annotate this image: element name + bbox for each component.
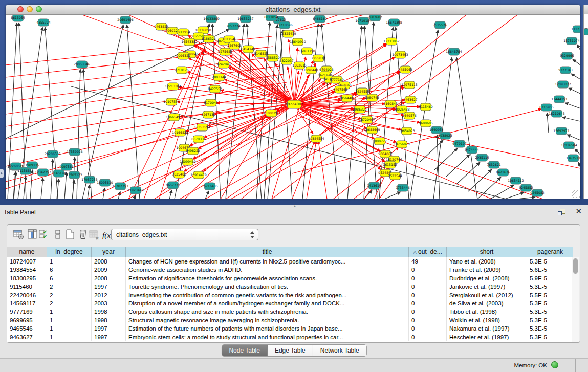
black-edge[interactable] — [477, 177, 501, 199]
cell-year[interactable]: 1997 — [92, 282, 126, 291]
black-edge[interactable] — [384, 192, 401, 199]
scrollbar-thumb[interactable] — [573, 258, 578, 274]
black-edge[interactable] — [456, 162, 480, 184]
cell-year[interactable]: 2012 — [92, 291, 126, 299]
black-edge[interactable] — [578, 162, 580, 167]
tab-node-table[interactable]: Node Table — [222, 345, 268, 356]
black-edge[interactable] — [468, 169, 492, 191]
red-edge[interactable] — [188, 58, 290, 102]
cell-title[interactable]: Disruption of a novel member of a sodium… — [126, 299, 409, 308]
black-edge[interactable] — [41, 178, 43, 199]
table-mode-settings-icon[interactable] — [13, 229, 26, 242]
cell-year[interactable]: 1998 — [92, 316, 126, 324]
cell-name[interactable]: 18724007 — [7, 257, 47, 266]
cell-year[interactable]: 1998 — [92, 308, 126, 316]
cell-out_degree[interactable]: 0 — [409, 282, 447, 291]
table-row[interactable]: 969969511998Structural magnetic resonanc… — [7, 316, 573, 324]
cell-short[interactable]: Dudbridge et al. (2008) — [447, 274, 527, 282]
table-row[interactable]: 1872400712008Changes of HCN gene express… — [7, 257, 573, 266]
cell-out_degree[interactable]: 0 — [409, 316, 447, 324]
cell-title[interactable]: Genome-wide association studies in ADHD. — [126, 266, 409, 274]
cell-pagerank[interactable]: 5.3E-5 — [527, 316, 573, 324]
red-edge[interactable] — [108, 94, 357, 199]
cell-in_degree[interactable]: 1 — [47, 316, 92, 324]
table-row[interactable]: 946554611997Estimation of the future num… — [7, 324, 573, 333]
column-header-pagerank[interactable]: pagerank — [527, 247, 573, 257]
cell-out_degree[interactable]: 0 — [409, 266, 447, 274]
red-edge[interactable] — [203, 107, 291, 171]
float-window-icon[interactable] — [558, 208, 566, 216]
new-column-icon[interactable] — [65, 229, 77, 242]
column-header-in-degree[interactable]: in_degree — [47, 247, 92, 257]
red-edge[interactable] — [318, 141, 327, 199]
cell-name[interactable]: 22420046 — [7, 291, 47, 299]
cell-pagerank[interactable]: 5.3E-5 — [527, 333, 573, 341]
column-visibility-icon[interactable] — [28, 229, 40, 242]
cell-name[interactable]: 9777169 — [7, 308, 47, 316]
cell-out_degree[interactable]: 0 — [409, 333, 447, 341]
red-edge[interactable] — [82, 15, 194, 55]
cell-out_degree[interactable]: 0 — [409, 308, 447, 316]
column-header-out-de-[interactable]: △out_de... — [409, 247, 447, 257]
network-canvas-svg[interactable]: 1872400786130544355724206914061603380910… — [6, 15, 580, 199]
cell-short[interactable]: de Silva et al. (2003) — [447, 299, 527, 308]
black-edge[interactable] — [280, 25, 292, 199]
cell-in_degree[interactable]: 6 — [47, 266, 92, 274]
cell-year[interactable]: 2009 — [92, 266, 126, 274]
network-file-select[interactable]: citations_edges.txt — [111, 229, 258, 240]
network-window-titlebar[interactable]: citations_edges.txt — [6, 5, 580, 15]
cell-title[interactable]: Corpus callosum shape and size in male p… — [126, 308, 409, 316]
cell-name[interactable]: 18300295 — [7, 274, 47, 282]
cell-title[interactable]: Tourette syndrome. Phenomenology and cla… — [126, 282, 409, 291]
delete-column-icon[interactable] — [78, 229, 90, 242]
splitter-handle-icon[interactable]: ▲ — [292, 205, 298, 208]
column-header-short[interactable]: short — [447, 247, 527, 257]
panel-collapse-arrow-icon[interactable] — [0, 169, 4, 178]
cell-title[interactable]: Structural magnetic resonance image aver… — [126, 316, 409, 324]
black-edge[interactable] — [505, 192, 524, 199]
cell-in_degree[interactable]: 1 — [47, 333, 92, 341]
black-edge[interactable] — [567, 135, 580, 140]
black-edge[interactable] — [169, 190, 172, 199]
cell-pagerank[interactable]: 5.3E-5 — [527, 257, 573, 266]
cell-title[interactable]: Investigating the contribution of common… — [126, 291, 409, 299]
black-edge[interactable] — [569, 88, 580, 94]
column-header-year[interactable]: year — [92, 247, 126, 257]
tab-network-table[interactable]: Network Table — [313, 345, 366, 356]
cell-name[interactable]: 9115460 — [7, 282, 47, 291]
cell-title[interactable]: Changes of HCN gene expression and I(f) … — [126, 257, 409, 266]
table-row[interactable]: 911546021997Tourette syndrome. Phenomeno… — [7, 282, 573, 291]
cell-in_degree[interactable]: 1 — [47, 324, 92, 333]
black-edge[interactable] — [565, 103, 580, 108]
cell-in_degree[interactable]: 2 — [47, 291, 92, 299]
network-canvas[interactable]: 1872400786130544355724206914061603380910… — [6, 15, 580, 199]
cell-short[interactable]: Tibbo et al. (1998) — [447, 308, 527, 316]
table-row[interactable]: 1456911722003Disruption of a novel membe… — [7, 299, 573, 308]
cell-in_degree[interactable]: 6 — [47, 274, 92, 282]
black-edge[interactable] — [575, 149, 580, 155]
cell-year[interactable]: 1997 — [92, 333, 126, 341]
column-header-name[interactable]: name — [7, 247, 47, 257]
black-edge[interactable] — [82, 25, 123, 199]
cell-year[interactable]: 1997 — [92, 324, 126, 333]
tab-edge-table[interactable]: Edge Table — [268, 345, 313, 356]
cell-short[interactable]: Franke et al. (2009) — [447, 266, 527, 274]
cell-year[interactable]: 2008 — [92, 257, 126, 266]
black-edge[interactable] — [571, 74, 580, 79]
black-edge[interactable] — [562, 117, 580, 121]
cell-out_degree[interactable]: 0 — [409, 324, 447, 333]
cell-name[interactable]: 19384554 — [7, 266, 47, 274]
black-edge[interactable] — [321, 24, 338, 199]
cell-year[interactable]: 2008 — [92, 274, 126, 282]
table-row[interactable]: 1938455462009Genome-wide association stu… — [7, 266, 573, 274]
cell-name[interactable]: 9463627 — [7, 333, 47, 341]
cell-short[interactable]: Yano et al. (2008) — [447, 257, 527, 266]
cell-short[interactable]: Wolkin et al. (1998) — [447, 316, 527, 324]
cell-title[interactable]: Estimation of the future numbers of pati… — [126, 324, 409, 333]
cell-short[interactable]: Stergiakouli et al. (2012) — [447, 291, 527, 299]
black-edge[interactable] — [456, 57, 477, 199]
table-vertical-scrollbar[interactable] — [572, 257, 579, 342]
black-edge[interactable] — [103, 188, 105, 199]
cell-pagerank[interactable]: 5.6E-5 — [527, 266, 573, 274]
cell-out_degree[interactable]: 49 — [409, 257, 447, 266]
